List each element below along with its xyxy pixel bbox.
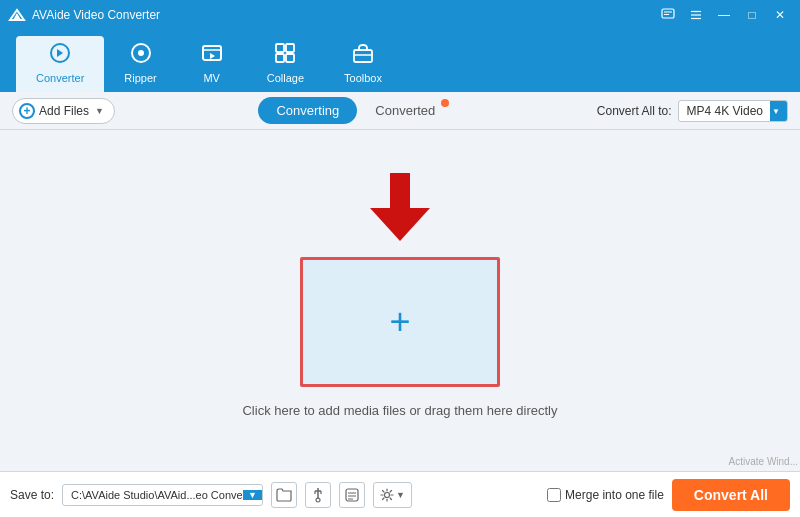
drop-hint: Click here to add media files or drag th… — [242, 403, 557, 418]
drop-zone-plus-icon: + — [389, 304, 410, 340]
toolbox-icon — [352, 42, 374, 69]
chat-icon — [661, 8, 675, 22]
converted-tab-label: Converted — [375, 103, 435, 118]
format-wrapper: MP4 4K Video ▼ — [678, 100, 789, 122]
save-path-dropdown-arrow[interactable]: ▼ — [243, 490, 262, 500]
add-files-dropdown-arrow: ▼ — [95, 106, 104, 116]
svg-rect-18 — [390, 173, 410, 213]
title-bar-left: AVAide Video Converter — [8, 6, 160, 24]
maximize-button[interactable]: □ — [740, 6, 764, 24]
format-dropdown-arrow: ▼ — [770, 101, 787, 121]
save-to-label: Save to: — [10, 488, 54, 502]
nav-tab-toolbox[interactable]: Toolbox — [324, 36, 402, 92]
convert-all-area: Convert All to: MP4 4K Video ▼ — [597, 100, 788, 122]
folder-icon — [276, 488, 292, 502]
converted-badge — [441, 99, 449, 107]
drop-zone[interactable]: + — [300, 257, 500, 387]
close-button[interactable]: ✕ — [768, 6, 792, 24]
toolbox-label: Toolbox — [344, 72, 382, 84]
usb-button[interactable] — [305, 482, 331, 508]
nav-tab-collage[interactable]: Collage — [247, 36, 324, 92]
merge-label: Merge into one file — [565, 488, 664, 502]
svg-point-10 — [138, 50, 144, 56]
nav-tab-ripper[interactable]: Ripper — [104, 36, 176, 92]
title-bar: AVAide Video Converter — □ ✕ — [0, 0, 800, 30]
nav-tab-mv[interactable]: MV — [177, 36, 247, 92]
title-bar-controls: — □ ✕ — [656, 6, 792, 24]
save-path-text: C:\AVAide Studio\AVAid...eo Converter\Co… — [63, 485, 243, 505]
content-tab-area: Converting Converted — [123, 97, 589, 124]
watermark: Activate Wind... — [729, 456, 798, 467]
svg-rect-2 — [662, 9, 674, 18]
converter-label: Converter — [36, 72, 84, 84]
folder-browse-button[interactable] — [271, 482, 297, 508]
converted-tab[interactable]: Converted — [357, 97, 453, 124]
ripper-icon — [130, 42, 152, 69]
hamburger-icon — [689, 8, 703, 22]
svg-rect-12 — [276, 44, 284, 52]
add-files-label: Add Files — [39, 104, 89, 118]
format-selector[interactable]: MP4 4K Video ▼ — [678, 100, 789, 122]
gear-icon — [380, 488, 394, 502]
collage-icon — [274, 42, 296, 69]
app-logo-icon — [8, 6, 26, 24]
bottom-bar: Save to: C:\AVAide Studio\AVAid...eo Con… — [0, 471, 800, 517]
drop-arrow — [370, 173, 430, 247]
add-circle-icon: + — [19, 103, 35, 119]
settings-dropdown-arrow: ▼ — [396, 490, 405, 500]
svg-point-29 — [384, 492, 389, 497]
mv-icon — [201, 42, 223, 69]
hamburger-menu-button[interactable] — [684, 6, 708, 24]
chat-button[interactable] — [656, 6, 680, 24]
collage-label: Collage — [267, 72, 304, 84]
toolbar: + Add Files ▼ Converting Converted Conve… — [0, 92, 800, 130]
converter-icon — [49, 42, 71, 69]
format-value: MP4 4K Video — [687, 104, 764, 118]
add-files-button[interactable]: + Add Files ▼ — [12, 98, 115, 124]
save-path-box: C:\AVAide Studio\AVAid...eo Converter\Co… — [62, 484, 263, 506]
convert-all-to-label: Convert All to: — [597, 104, 672, 118]
svg-rect-16 — [354, 50, 372, 62]
svg-rect-11 — [203, 46, 221, 60]
minimize-button[interactable]: — — [712, 6, 736, 24]
app-title: AVAide Video Converter — [32, 8, 160, 22]
svg-marker-19 — [370, 208, 430, 241]
nav-tab-converter[interactable]: Converter — [16, 36, 104, 92]
nav-bar: Converter Ripper MV — [0, 30, 800, 92]
ripper-label: Ripper — [124, 72, 156, 84]
merge-checkbox[interactable] — [547, 488, 561, 502]
red-arrow-icon — [370, 173, 430, 243]
svg-rect-14 — [276, 54, 284, 62]
converting-tab-label: Converting — [276, 103, 339, 118]
edit-icon — [344, 487, 360, 503]
mv-label: MV — [203, 72, 220, 84]
svg-rect-15 — [286, 54, 294, 62]
main-content: + Click here to add media files or drag … — [0, 130, 800, 460]
converting-tab[interactable]: Converting — [258, 97, 357, 124]
merge-checkbox-area: Merge into one file — [547, 488, 664, 502]
convert-all-button[interactable]: Convert All — [672, 479, 790, 511]
usb-icon — [310, 487, 326, 503]
settings-button[interactable]: ▼ — [373, 482, 412, 508]
svg-rect-13 — [286, 44, 294, 52]
edit-path-button[interactable] — [339, 482, 365, 508]
